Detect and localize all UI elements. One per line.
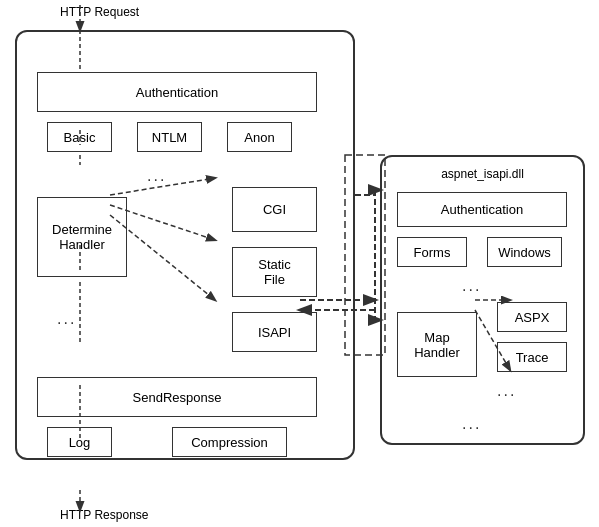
dots-handler: ... bbox=[57, 310, 76, 328]
aspnet-dll-label: aspnet_isapi.dll bbox=[392, 167, 573, 181]
ntlm-box: NTLM bbox=[137, 122, 202, 152]
aspx-label: ASPX bbox=[515, 310, 550, 325]
compress-label: Compression bbox=[191, 435, 268, 450]
handler-label: Determine Handler bbox=[52, 222, 112, 252]
forms-box: Forms bbox=[397, 237, 467, 267]
http-response-label: HTTP Response bbox=[60, 508, 148, 522]
basic-box: Basic bbox=[47, 122, 112, 152]
cgi-label: CGI bbox=[263, 202, 286, 217]
aspx-box: ASPX bbox=[497, 302, 567, 332]
windows-label: Windows bbox=[498, 245, 551, 260]
static-file-box: Static File bbox=[232, 247, 317, 297]
handler-box: Determine Handler bbox=[37, 197, 127, 277]
dots-aspnet-bottom: ... bbox=[462, 415, 481, 433]
diagram: HTTP Request Authentication Basic NTLM A… bbox=[0, 0, 599, 527]
http-request-label: HTTP Request bbox=[60, 5, 139, 19]
isapi-box: ISAPI bbox=[232, 312, 317, 352]
static-label: Static File bbox=[258, 257, 291, 287]
basic-label: Basic bbox=[64, 130, 96, 145]
ntlm-label: NTLM bbox=[152, 130, 187, 145]
dots-auth: ... bbox=[147, 167, 166, 185]
maphandler-box: Map Handler bbox=[397, 312, 477, 377]
forms-label: Forms bbox=[414, 245, 451, 260]
aspnet-box: aspnet_isapi.dll Authentication Forms Wi… bbox=[380, 155, 585, 445]
trace-box: Trace bbox=[497, 342, 567, 372]
compression-box: Compression bbox=[172, 427, 287, 457]
auth-main-box: Authentication bbox=[37, 72, 317, 112]
anon-label: Anon bbox=[244, 130, 274, 145]
log-label: Log bbox=[69, 435, 91, 450]
windows-box: Windows bbox=[487, 237, 562, 267]
auth-aspnet-label: Authentication bbox=[441, 202, 523, 217]
cgi-box: CGI bbox=[232, 187, 317, 232]
log-box: Log bbox=[47, 427, 112, 457]
isapi-label: ISAPI bbox=[258, 325, 291, 340]
maphandler-label: Map Handler bbox=[414, 330, 460, 360]
auth-main-label: Authentication bbox=[136, 85, 218, 100]
auth-aspnet-box: Authentication bbox=[397, 192, 567, 227]
dots-aspnet-auth: ... bbox=[462, 277, 481, 295]
dots-aspnet-handler: ... bbox=[497, 382, 516, 400]
trace-label: Trace bbox=[516, 350, 549, 365]
anon-box: Anon bbox=[227, 122, 292, 152]
send-label: SendResponse bbox=[133, 390, 222, 405]
send-response-box: SendResponse bbox=[37, 377, 317, 417]
main-box: Authentication Basic NTLM Anon ... Deter… bbox=[15, 30, 355, 460]
